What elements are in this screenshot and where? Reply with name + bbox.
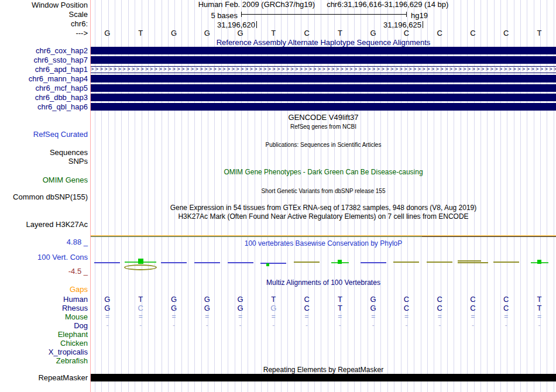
multiz-row-rhesus: GCGGGGCTGCCCCT [91, 304, 556, 312]
multiz-row-human: GTGGGTCTGCCCCT [91, 295, 556, 303]
multiz-species-label-rhesus[interactable]: Rhesus [0, 304, 88, 312]
common-dbsnp-label[interactable]: Common dbSNP(155) [0, 193, 88, 201]
multiz-track-title: Multiz Alignments of 100 Vertebrates [91, 279, 556, 287]
multiz-species-label-x_tropicalis[interactable]: X_tropicalis [0, 348, 88, 356]
alignment-cell: G [224, 304, 257, 312]
alignment-cell: G [157, 295, 191, 303]
alignment-cell: = [224, 313, 257, 321]
alignment-cell: - [390, 322, 423, 329]
alignment-cell: = [489, 313, 523, 321]
alignment-cell: C [489, 295, 523, 303]
alignment-cell: - [356, 322, 390, 329]
conservation-peak-square [537, 260, 541, 264]
chrom-label: chr6: [0, 20, 88, 27]
alignment-cell: T [523, 304, 556, 312]
alignment-cell: - [457, 322, 490, 329]
omim-genes-label[interactable]: OMIM Genes [0, 176, 88, 184]
conservation-mark [260, 263, 286, 264]
alignment-cell: T [124, 295, 157, 303]
snps-label[interactable]: SNPs [0, 157, 88, 165]
alignment-cell: G [224, 295, 257, 303]
alignment-cell: = [157, 313, 191, 321]
alignment-cell: = [190, 313, 224, 321]
alignment-cell: = [91, 313, 124, 321]
conservation-axis-min: -4.5 _ [0, 267, 88, 275]
multiz-species-label-zebrafish[interactable]: Zebrafish [0, 357, 88, 365]
alignment-cell: C [124, 304, 157, 312]
repeatmasker-track-bar[interactable] [91, 374, 556, 381]
repeatmasker-track-title: Repeating Elements by RepeatMasker [91, 366, 556, 374]
track-label-chr6_ssto_hap7[interactable]: chr6_ssto_hap7 [0, 56, 88, 64]
alignment-cell: T [523, 295, 556, 303]
alignment-cell: C [423, 295, 457, 303]
alignment-cell: - [91, 322, 124, 329]
multiz-species-label-human[interactable]: Human [0, 295, 88, 303]
conservation-mark [228, 262, 253, 263]
multiz-species-label-dog[interactable]: Dog [0, 322, 88, 329]
alignment-cell: = [323, 313, 356, 321]
alignment-cell: G [157, 304, 191, 312]
alignment-cell: G [356, 304, 390, 312]
alignment-cell: C [457, 304, 490, 312]
alignment-cell: = [523, 313, 556, 321]
alignment-cell: C [423, 304, 457, 312]
alignment-cell: - [489, 322, 523, 329]
track-label-chr6_mann_hap4[interactable]: chr6_mann_hap4 [0, 75, 88, 82]
multiz-species-label-mouse[interactable]: Mouse [0, 313, 88, 321]
alignment-cell: G [91, 304, 124, 312]
alignment-cell: C [390, 295, 423, 303]
conservation-peak-square [338, 260, 342, 264]
alignment-cell: = [290, 313, 324, 321]
alignment-cell: T [257, 295, 290, 303]
conservation-peak-square [138, 259, 143, 264]
multiz-row-mouse: ============== [91, 313, 556, 321]
alignment-cell: C [290, 295, 324, 303]
alignment-cell: - [257, 322, 290, 329]
genome-browser: Window Position Scale chr6: ---> Human F… [0, 0, 556, 392]
alignment-cell: - [323, 322, 356, 329]
alignment-cell: = [390, 313, 423, 321]
conservation-mark [458, 262, 488, 263]
conservation-mark [194, 262, 220, 263]
conservation-olive-loop [124, 264, 157, 270]
conservation-track-label[interactable]: 100 Vert. Cons [0, 253, 88, 261]
conservation-mark [393, 262, 419, 263]
layered-h3k27ac-label[interactable]: Layered H3K27Ac [0, 221, 88, 228]
alignment-cell: C [290, 304, 324, 312]
multiz-gaps-label[interactable]: Gaps [0, 286, 88, 293]
alignment-cell: - [290, 322, 324, 329]
multiz-species-label-elephant[interactable]: Elephant [0, 331, 88, 338]
alignment-cell: G [257, 304, 290, 312]
track-label-chr6_cox_hap2[interactable]: chr6_cox_hap2 [0, 47, 88, 54]
alignment-cell: - [157, 322, 191, 329]
alignment-cell: C [457, 295, 490, 303]
conservation-peak-square [266, 263, 269, 266]
multiz-species-label-chicken[interactable]: Chicken [0, 339, 88, 347]
track-label-chr6_mcf_hap5[interactable]: chr6_mcf_hap5 [0, 84, 88, 92]
refseq-curated-label[interactable]: RefSeq Curated [0, 130, 88, 138]
alignment-cell: - [190, 322, 224, 329]
alignment-cell: G [190, 304, 224, 312]
track-label-chr6_apd_hap1[interactable]: chr6_apd_hap1 [0, 66, 88, 73]
alignment-cell: C [390, 304, 423, 312]
conservation-axis-max: 4.88 _ [0, 238, 88, 246]
alignment-cell: - [124, 322, 157, 329]
track-label-chr6_dbb_hap3[interactable]: chr6_dbb_hap3 [0, 94, 88, 101]
alignment-cell: = [457, 313, 490, 321]
alignment-cell: = [356, 313, 390, 321]
scale-row-label: Scale [0, 11, 88, 18]
alignment-cell: - [523, 322, 556, 329]
strand-direction-label: ---> [0, 29, 88, 37]
track-label-chr6_qbl_hap6[interactable]: chr6_qbl_hap6 [0, 103, 88, 111]
alignment-cell: T [323, 295, 356, 303]
alignment-cell: G [91, 295, 124, 303]
repeatmasker-label[interactable]: RepeatMasker [0, 374, 88, 381]
alignment-cell: T [323, 304, 356, 312]
multiz-row-dog: -------------- [91, 322, 556, 329]
conservation-mark [294, 262, 320, 263]
conservation-wiggle-marks[interactable] [91, 0, 556, 392]
sequences-label[interactable]: Sequences [0, 149, 88, 156]
conservation-mark [458, 260, 481, 262]
conservation-mark [161, 262, 187, 263]
conservation-mark [361, 262, 386, 263]
